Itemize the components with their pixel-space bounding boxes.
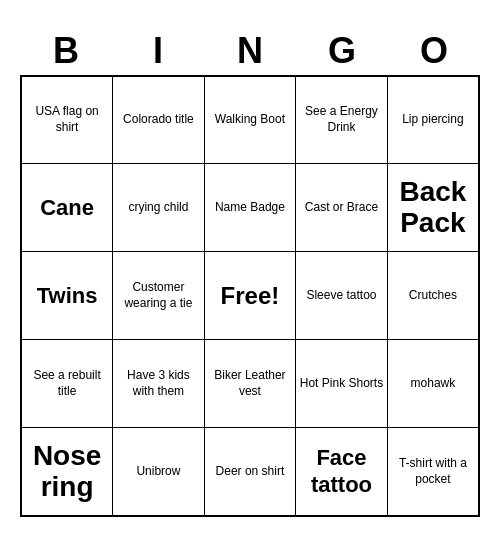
cell-r4-c0: Nose ring [21, 428, 113, 516]
cell-r0-c3: See a Energy Drink [296, 76, 388, 164]
cell-r0-c2: Walking Boot [204, 76, 296, 164]
table-row: See a rebuilt titleHave 3 kids with them… [21, 340, 479, 428]
cell-r1-c0: Cane [21, 164, 113, 252]
cell-r1-c1: crying child [113, 164, 204, 252]
table-row: Canecrying childName BadgeCast or BraceB… [21, 164, 479, 252]
header-letter-g: G [296, 27, 388, 75]
table-row: USA flag on shirtColorado titleWalking B… [21, 76, 479, 164]
cell-r0-c1: Colorado title [113, 76, 204, 164]
header-letter-i: I [112, 27, 204, 75]
cell-r1-c4: Back Pack [387, 164, 479, 252]
cell-r1-c2: Name Badge [204, 164, 296, 252]
cell-r2-c3: Sleeve tattoo [296, 252, 388, 340]
cell-r2-c0: Twins [21, 252, 113, 340]
cell-r4-c4: T-shirt with a pocket [387, 428, 479, 516]
cell-r0-c4: Lip piercing [387, 76, 479, 164]
cell-r4-c3: Face tattoo [296, 428, 388, 516]
bingo-grid: USA flag on shirtColorado titleWalking B… [20, 75, 480, 517]
cell-r2-c4: Crutches [387, 252, 479, 340]
cell-r2-c2: Free! [204, 252, 296, 340]
cell-r1-c3: Cast or Brace [296, 164, 388, 252]
cell-r4-c1: Unibrow [113, 428, 204, 516]
cell-r3-c0: See a rebuilt title [21, 340, 113, 428]
cell-r4-c2: Deer on shirt [204, 428, 296, 516]
cell-r3-c2: Biker Leather vest [204, 340, 296, 428]
header-letter-b: B [20, 27, 112, 75]
table-row: Nose ringUnibrowDeer on shirtFace tattoo… [21, 428, 479, 516]
header-letter-n: N [204, 27, 296, 75]
bingo-header: BINGO [20, 27, 480, 75]
cell-r3-c3: Hot Pink Shorts [296, 340, 388, 428]
cell-r2-c1: Customer wearing a tie [113, 252, 204, 340]
cell-r3-c1: Have 3 kids with them [113, 340, 204, 428]
cell-r0-c0: USA flag on shirt [21, 76, 113, 164]
cell-r3-c4: mohawk [387, 340, 479, 428]
table-row: TwinsCustomer wearing a tieFree!Sleeve t… [21, 252, 479, 340]
header-letter-o: O [388, 27, 480, 75]
